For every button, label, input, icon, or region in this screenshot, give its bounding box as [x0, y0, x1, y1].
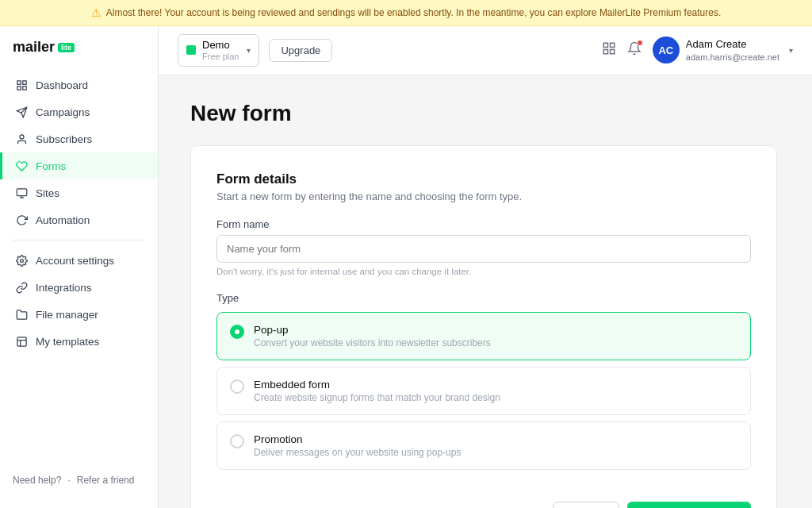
header-bar: Demo Free plan ▾ Upgrade AC Adam	[159, 26, 812, 75]
form-name-input[interactable]	[216, 235, 751, 263]
sidebar-label: File manager	[36, 309, 98, 321]
svg-rect-13	[610, 43, 614, 47]
save-continue-button[interactable]: Save and continue	[627, 502, 751, 508]
sites-icon	[15, 187, 28, 199]
svg-rect-1	[22, 80, 25, 83]
sidebar: mailer lite Dashboard Campaigns Subscrib…	[0, 26, 159, 508]
sidebar-item-file-manager[interactable]: File manager	[0, 301, 158, 328]
campaigns-icon	[15, 106, 28, 118]
radio-content-embedded: Embedded form Create website signup form…	[254, 379, 500, 403]
dashboard-icon	[15, 79, 28, 91]
type-option-embedded[interactable]: Embedded form Create website signup form…	[216, 367, 751, 415]
workspace-selector[interactable]: Demo Free plan ▾	[178, 34, 259, 67]
radio-circle-embedded	[230, 379, 244, 394]
sidebar-label: Dashboard	[36, 79, 88, 91]
user-area[interactable]: AC Adam Create adam.harris@create.net ▾	[653, 37, 793, 64]
sidebar-item-sites[interactable]: Sites	[0, 179, 158, 206]
templates-icon	[15, 335, 28, 348]
svg-rect-5	[17, 188, 27, 195]
refer-link[interactable]: Refer a friend	[77, 475, 135, 486]
user-email: adam.harris@create.net	[686, 52, 779, 63]
automation-icon	[15, 214, 28, 226]
sidebar-label: Forms	[36, 160, 66, 172]
sidebar-item-automation[interactable]: Automation	[0, 206, 158, 233]
subscribers-icon	[15, 133, 28, 145]
sidebar-item-campaigns[interactable]: Campaigns	[0, 98, 158, 125]
svg-rect-14	[603, 49, 607, 53]
workspace-plan: Free plan	[202, 52, 239, 62]
radio-content-promotion: Promotion Deliver messages on your websi…	[254, 433, 461, 458]
sidebar-label: Subscribers	[36, 133, 92, 145]
svg-point-4	[20, 134, 24, 138]
logo: mailer lite	[0, 39, 158, 71]
svg-rect-2	[17, 86, 20, 89]
sidebar-item-forms[interactable]: Forms	[0, 152, 158, 179]
integrations-icon	[15, 281, 28, 294]
radio-desc-promotion: Deliver messages on your website using p…	[254, 447, 461, 458]
svg-rect-0	[17, 80, 20, 83]
workspace-info: Demo Free plan	[202, 39, 239, 62]
svg-rect-15	[610, 49, 614, 53]
notifications-icon-button[interactable]	[627, 41, 642, 60]
user-info: Adam Create adam.harris@create.net	[686, 38, 779, 63]
workspace-dot	[186, 45, 196, 55]
type-option-popup[interactable]: Pop-up Convert your website visitors int…	[216, 312, 751, 360]
file-manager-icon	[15, 308, 28, 321]
sidebar-label: Campaigns	[36, 106, 90, 118]
sidebar-item-subscribers[interactable]: Subscribers	[0, 125, 158, 152]
notification-dot	[637, 40, 643, 46]
radio-title-popup: Pop-up	[254, 324, 491, 336]
form-card: Form details Start a new form by enterin…	[190, 145, 777, 508]
sidebar-item-my-templates[interactable]: My templates	[0, 328, 158, 355]
forms-icon	[15, 160, 28, 172]
sidebar-bottom: Need help? · Refer a friend	[0, 465, 158, 495]
user-name: Adam Create	[686, 38, 779, 52]
form-name-hint: Don't worry, it's just for internal use …	[216, 267, 751, 276]
logo-text: mailer	[13, 39, 55, 56]
radio-content-popup: Pop-up Convert your website visitors int…	[254, 324, 491, 348]
svg-rect-3	[22, 86, 25, 89]
radio-title-promotion: Promotion	[254, 433, 461, 445]
sidebar-label: Sites	[36, 187, 59, 199]
form-section-desc: Start a new form by entering the name an…	[216, 190, 751, 202]
banner-text: Almost there! Your account is being revi…	[106, 7, 722, 18]
radio-circle-popup	[230, 325, 244, 339]
sidebar-label: Account settings	[36, 255, 114, 267]
page-title: New form	[190, 101, 780, 126]
sidebar-label: Automation	[36, 214, 90, 226]
svg-rect-12	[603, 43, 607, 47]
sidebar-item-account-settings[interactable]: Account settings	[0, 247, 158, 274]
workspace-name: Demo	[202, 39, 239, 52]
warning-icon: ⚠	[91, 6, 102, 19]
form-name-label: Form name	[216, 218, 751, 230]
sidebar-item-dashboard[interactable]: Dashboard	[0, 71, 158, 98]
type-option-promotion[interactable]: Promotion Deliver messages on your websi…	[216, 421, 751, 470]
type-section: Type Pop-up Convert your website visitor…	[216, 292, 751, 470]
header-icons: AC Adam Create adam.harris@create.net ▾	[602, 37, 793, 64]
logo-badge: lite	[58, 43, 75, 52]
account-settings-icon	[15, 254, 28, 267]
cancel-button[interactable]: Cancel	[553, 502, 619, 508]
svg-rect-9	[17, 337, 25, 345]
sidebar-label: Integrations	[36, 282, 92, 294]
form-section-title: Form details	[216, 171, 751, 187]
radio-title-embedded: Embedded form	[254, 379, 500, 391]
radio-desc-popup: Convert your website visitors into newsl…	[254, 337, 491, 348]
workspace-chevron-icon: ▾	[247, 46, 251, 55]
content-area: Demo Free plan ▾ Upgrade AC Adam	[159, 26, 812, 508]
user-chevron-icon: ▾	[789, 46, 793, 55]
separator: ·	[67, 475, 70, 486]
svg-point-8	[20, 259, 23, 262]
main-content: New form Form details Start a new form b…	[159, 75, 812, 508]
user-avatar: AC	[653, 37, 680, 64]
form-footer: Cancel Save and continue	[216, 489, 751, 508]
sidebar-item-integrations[interactable]: Integrations	[0, 274, 158, 301]
radio-desc-embedded: Create website signup forms that match y…	[254, 392, 500, 403]
type-label: Type	[216, 292, 751, 304]
sidebar-label: My templates	[36, 336, 99, 348]
upgrade-button[interactable]: Upgrade	[269, 39, 332, 62]
radio-circle-promotion	[230, 434, 244, 448]
need-help-link[interactable]: Need help?	[13, 475, 61, 486]
apps-icon-button[interactable]	[602, 41, 616, 60]
top-banner: ⚠ Almost there! Your account is being re…	[0, 0, 812, 26]
